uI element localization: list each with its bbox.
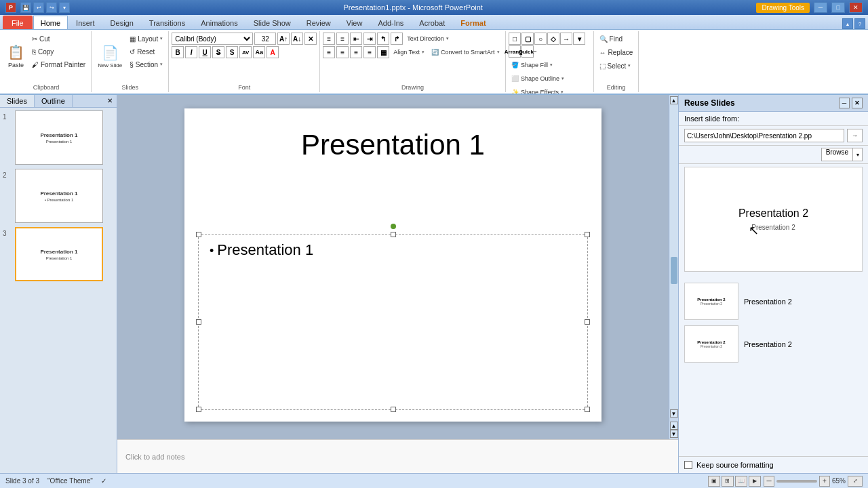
shape-effects-button[interactable]: ✨ Shape Effects ▾	[509, 86, 566, 95]
go-button[interactable]: →	[847, 129, 863, 142]
tab-view[interactable]: View	[339, 16, 370, 29]
handle-bl[interactable]	[196, 407, 201, 412]
reuse-slide-large-preview[interactable]: Presentation 2 Presentation 2	[684, 167, 863, 272]
rotation-handle[interactable]	[391, 224, 396, 229]
minimize-button[interactable]: ─	[814, 2, 827, 13]
copy-button[interactable]: ⎘ Copy	[29, 45, 88, 58]
scroll-down-2[interactable]: ▼	[670, 430, 678, 438]
slide-canvas[interactable]: Presentation 1	[184, 108, 601, 422]
tab-transitions[interactable]: Transitions	[142, 16, 193, 29]
slide-title-text[interactable]: Presentation 1	[184, 108, 601, 175]
scroll-down-button[interactable]: ▼	[670, 409, 678, 418]
font-family-select[interactable]: Calibri (Body)	[172, 33, 253, 45]
numbering-button[interactable]: ≡	[336, 33, 349, 45]
indent-decrease-button[interactable]: ⇤	[350, 33, 362, 45]
handle-bm[interactable]	[391, 407, 396, 412]
shape-rounded[interactable]: ▢	[521, 33, 534, 45]
font-size-input[interactable]	[254, 33, 276, 45]
reset-button[interactable]: ↺ Reset	[127, 45, 165, 58]
shape-arrow[interactable]: →	[560, 33, 572, 45]
bold-button[interactable]: B	[172, 46, 184, 58]
tab-insert[interactable]: Insert	[68, 16, 102, 29]
fit-to-window-button[interactable]: ⤢	[848, 476, 863, 487]
reuse-slide-row-2[interactable]: Presentation 2 Presentation 2 Presentati…	[684, 325, 863, 363]
cut-button[interactable]: ✂ Cut	[29, 33, 88, 45]
scroll-thumb[interactable]	[671, 257, 677, 284]
browse-button[interactable]: Browse	[821, 148, 853, 161]
char-spacing-button[interactable]: AV	[239, 46, 252, 58]
handle-br[interactable]	[585, 407, 590, 412]
reading-view-button[interactable]: 📖	[735, 476, 747, 487]
convert-smartart-button[interactable]: 🔄 Convert to SmartArt ▾	[429, 46, 502, 58]
browse-arrow[interactable]: ▾	[853, 148, 863, 161]
scroll-up-2[interactable]: ▲	[670, 422, 678, 430]
paste-button[interactable]: 📋 Paste	[4, 33, 28, 80]
tab-slideshow[interactable]: Slide Show	[246, 16, 298, 29]
restore-button[interactable]: □	[831, 2, 845, 13]
tab-review[interactable]: Review	[299, 16, 338, 29]
decrease-font-button[interactable]: A↓	[291, 33, 303, 45]
clear-formatting-button[interactable]: ✕	[304, 33, 317, 45]
canvas-area[interactable]: Presentation 1	[117, 95, 669, 439]
keep-source-checkbox[interactable]	[684, 461, 692, 469]
redo-icon[interactable]: ↪	[46, 2, 57, 13]
section-button[interactable]: § Section ▾	[127, 58, 165, 70]
tab-addins[interactable]: Add-Ins	[370, 16, 411, 29]
underline-button[interactable]: U	[199, 46, 211, 58]
tab-acrobat[interactable]: Acrobat	[412, 16, 452, 29]
zoom-out-button[interactable]: ─	[764, 476, 774, 487]
quick-styles-button[interactable]: Quick~	[521, 45, 534, 58]
strikethrough-button[interactable]: S	[212, 46, 224, 58]
tab-design[interactable]: Design	[103, 16, 141, 29]
replace-button[interactable]: ↔ Replace	[597, 46, 636, 58]
collapse-ribbon-icon[interactable]: ▲	[842, 18, 853, 29]
shape-rect[interactable]: □	[509, 33, 521, 45]
slide-thumb-3[interactable]: 3 Presentation 1 Presentation 1	[3, 227, 114, 281]
text-direction-button[interactable]: Text Direction ▾	[404, 33, 452, 45]
new-slide-button[interactable]: 📄 New Slide	[94, 33, 125, 80]
handle-tl[interactable]	[196, 232, 201, 237]
normal-view-button[interactable]: ▣	[708, 476, 720, 487]
slide-thumb-1[interactable]: 1 Presentation 1 Presentation 1	[3, 110, 114, 165]
align-text-button[interactable]: Align Text ▾	[391, 46, 427, 58]
undo-icon[interactable]: ↩	[33, 2, 44, 13]
align-center-button[interactable]: ≡	[336, 46, 349, 58]
handle-tr[interactable]	[585, 232, 590, 237]
cols-button[interactable]: ▦	[377, 46, 389, 58]
tab-outline[interactable]: Outline	[35, 95, 73, 107]
handle-mr[interactable]	[585, 319, 590, 325]
customize-icon[interactable]: ▾	[59, 2, 70, 13]
panel-close-button[interactable]: ✕	[103, 95, 117, 107]
font-color-button[interactable]: A	[267, 46, 279, 58]
shape-outline-button[interactable]: ⬜ Shape Outline ▾	[509, 73, 567, 85]
align-right-button[interactable]: ≡	[350, 46, 362, 58]
zoom-slider[interactable]	[776, 480, 817, 483]
layout-button[interactable]: ▦ Layout ▾	[127, 33, 165, 45]
close-button[interactable]: ✕	[849, 2, 863, 13]
scroll-up-button[interactable]: ▲	[670, 96, 678, 104]
format-painter-button[interactable]: 🖌 Format Painter	[29, 58, 88, 70]
shape-diamond[interactable]: ◇	[547, 33, 559, 45]
tab-file[interactable]: File	[3, 16, 33, 29]
reuse-minimize-button[interactable]: ─	[839, 98, 850, 108]
file-path-input[interactable]	[684, 129, 844, 142]
shape-fill-button[interactable]: 🪣 Shape Fill ▾	[509, 59, 555, 71]
notes-area[interactable]: Click to add notes	[117, 439, 678, 473]
align-left-button[interactable]: ≡	[323, 46, 335, 58]
reuse-slide-row-1[interactable]: Presentation 2 Presentation 2 Presentati…	[684, 283, 863, 320]
tab-slides[interactable]: Slides	[0, 95, 35, 107]
zoom-in-button[interactable]: +	[819, 476, 830, 487]
tab-animations[interactable]: Animations	[193, 16, 245, 29]
slide-thumb-2[interactable]: 2 Presentation 1 • Presentation 1	[3, 169, 114, 223]
justify-button[interactable]: ≡	[363, 46, 376, 58]
char-case-button[interactable]: Aa	[253, 46, 265, 58]
bullets-button[interactable]: ≡	[323, 33, 335, 45]
shape-more[interactable]: ▾	[573, 33, 585, 45]
tab-home[interactable]: Home	[33, 16, 68, 29]
find-button[interactable]: 🔍 Find	[597, 33, 625, 45]
reuse-close-button[interactable]: ✕	[852, 98, 863, 108]
slide-sorter-button[interactable]: ⊞	[722, 476, 734, 487]
indent-increase-button[interactable]: ⇥	[363, 33, 376, 45]
slideshow-button[interactable]: ▶	[749, 476, 761, 487]
rtl-button[interactable]: ↰	[377, 33, 389, 45]
